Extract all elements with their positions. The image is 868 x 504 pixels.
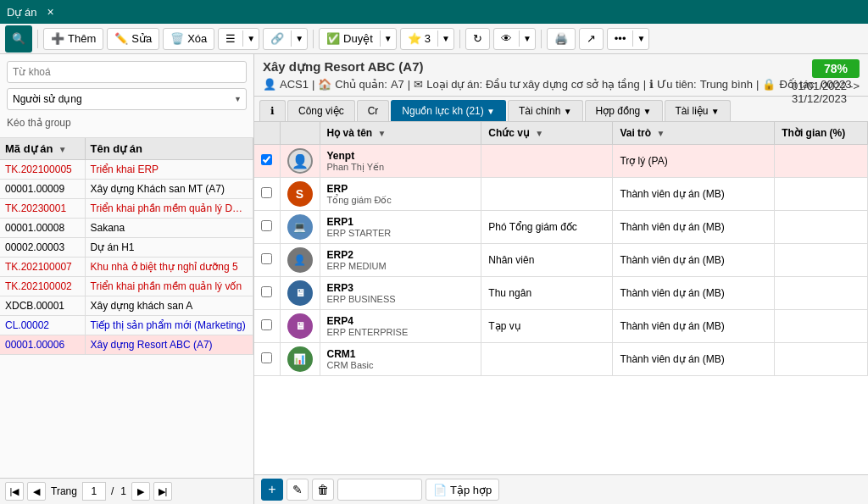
add-button[interactable]: ➕ Thêm [43,28,103,50]
tab-3[interactable]: Nguồn lực kh (21) ▼ [391,100,506,121]
project-row-name[interactable]: Triển khai phần mềm quản lý Dự á [85,199,253,219]
resource-row-avatar: 👤 [280,244,320,277]
vaitro-filter-icon[interactable]: ▼ [656,129,665,138]
chucvu-filter-icon[interactable]: ▼ [535,129,543,138]
tab-1[interactable]: Công việc [287,100,355,121]
tab-4[interactable]: Tài chính ▼ [508,100,583,121]
project-row-id[interactable]: TK.202100002 [0,277,85,296]
resource-row[interactable]: 🖥ERP4ERP ENTERPRISETạp vụThành viên dự á… [254,310,868,343]
project-row-name[interactable]: Triển khai ERP [85,160,253,180]
content-area[interactable]: Họ và tên ▼ Chức vụ ▼ Vai trò ▼ Thời gia… [254,122,868,474]
bottom-add-button[interactable]: + [261,479,283,501]
page-next-button[interactable]: ▶ [131,482,150,501]
bottom-search-input[interactable] [337,479,422,501]
resource-row-thoigian [775,178,868,211]
menu-arrow-button[interactable]: ▼ [242,30,259,47]
star-arrow-button[interactable]: ▼ [437,30,453,47]
resource-row-name: ERP3ERP BUSINESS [320,277,481,310]
right-panel: Xây dựng Resort ABC (A7) 👤 ACS1 | 🏠 Chủ … [254,54,868,504]
date-to: 31/12/2023 [792,92,847,105]
meta-priority: Trung bình [700,78,753,91]
edit-button[interactable]: ✏️ Sửa [107,28,159,50]
project-row-name[interactable]: Tiếp thị sản phẩm mới (Marketing) [85,316,253,335]
resource-row-chucvu: Thu ngân [481,277,613,310]
tab-5[interactable]: Hợp đồng ▼ [585,100,663,121]
resource-row-vaitro: Thành viên dự án (MB) [613,244,775,277]
link-main-button[interactable]: 🔗 [264,29,291,48]
page-first-button[interactable]: |◀ [5,482,24,501]
view-main-button[interactable]: 👁 [494,29,519,48]
project-row-id[interactable]: 00001.00008 [0,219,85,238]
project-row-name[interactable]: Khu nhà ở biệt thự nghỉ dưỡng 5 [85,258,253,277]
more-main-button[interactable]: ••• [608,29,633,48]
tab-2[interactable]: Cr [357,100,390,121]
refresh-button[interactable]: ↻ [465,28,490,50]
project-row-id[interactable]: TK.202100005 [0,160,85,180]
resource-row-check[interactable] [254,277,280,310]
menu-main-button[interactable]: ☰ [219,29,242,48]
resource-row-check[interactable] [254,343,280,376]
tab-0[interactable]: ℹ [259,100,286,121]
meta-code: ACS1 [280,78,309,91]
meta-project-type: Đầu tư xây dựng cơ sở hạ tầng [486,78,640,91]
project-row-name[interactable]: Xây dựng khách san A [85,296,253,316]
project-row-name[interactable]: Triển khai phần mềm quản lý vốn [85,277,253,296]
resource-row-vaitro: Trợ lý (PA) [613,145,775,178]
edit-icon: ✏️ [114,32,128,45]
keyword-input[interactable] [7,61,247,83]
project-row-id[interactable]: CL.00002 [0,316,85,335]
name-filter-icon[interactable]: ▼ [378,129,387,138]
approve-main-button[interactable]: ✅ Duyệt [320,29,380,48]
page-separator: / [111,485,114,497]
resource-row-name: ERPTổng giám Đốc [320,178,481,211]
project-row-name[interactable]: Xây dựng Khách san MT (A7) [85,180,253,199]
resource-row-check[interactable] [254,211,280,244]
close-button[interactable]: × [43,5,57,19]
bottom-delete-button[interactable]: 🗑 [312,479,334,501]
project-list[interactable]: Mã dự án ▼ Tên dự án TK.202100005Triển k… [0,138,253,478]
page-prev-button[interactable]: ◀ [27,482,46,501]
project-row-id[interactable]: XDCB.00001 [0,296,85,316]
bottom-edit-button[interactable]: ✎ [287,479,309,501]
project-row-id[interactable]: 00002.00003 [0,238,85,258]
project-row-name[interactable]: Xây dựng Resort ABC (A7) [85,335,253,355]
project-row-id[interactable]: TK.20230001 [0,199,85,219]
tab-6[interactable]: Tài liệu ▼ [665,100,731,121]
bottom-group-button[interactable]: 📄 Tập hợp [426,479,499,501]
project-row-id[interactable]: 00001.00006 [0,335,85,355]
resource-row-check[interactable] [254,310,280,343]
resource-row[interactable]: 💻ERP1ERP STARTERPhó Tổng giám đốcThành v… [254,211,868,244]
print-button[interactable]: 🖨️ [547,28,576,50]
page-last-button[interactable]: ▶| [153,482,172,501]
approve-arrow-button[interactable]: ▼ [380,30,396,47]
link-arrow-button[interactable]: ▼ [291,30,307,47]
resource-row[interactable]: 👤ERP2ERP MEDIUMNhân viênThành viên dự án… [254,244,868,277]
meta-loaidan-label: Loại dự án: [426,78,482,91]
project-row-id[interactable]: 00001.00009 [0,180,85,199]
resource-row-check[interactable] [254,178,280,211]
user-select[interactable]: Người sử dụng [7,88,247,110]
more-arrow-button[interactable]: ▼ [632,30,648,47]
meta-home-icon: 🏠 [318,78,331,91]
search-icon-button[interactable]: 🔍 [5,25,32,53]
resource-row-check[interactable] [254,145,280,178]
resource-row[interactable]: 🖥ERP3ERP BUSINESSThu ngânThành viên dự á… [254,277,868,310]
project-row-name[interactable]: Sakana [85,219,253,238]
view-arrow-button[interactable]: ▼ [519,30,535,47]
meta-sep4: | [756,78,759,91]
project-table: Mã dự án ▼ Tên dự án TK.202100005Triển k… [0,138,253,355]
col-id-filter-icon[interactable]: ▼ [58,145,67,154]
page-input[interactable] [82,482,106,501]
page-label: Trang [51,485,77,497]
toolbar-separator-1 [37,30,38,48]
resource-row[interactable]: SERPTổng giám ĐốcThành viên dự án (MB) [254,178,868,211]
star-main-button[interactable]: ⭐ 3 [401,29,437,48]
resource-row-check[interactable] [254,244,280,277]
share-button[interactable]: ↗ [579,28,604,50]
resource-row[interactable]: 👤YenptPhan Thị YếnTrợ lý (PA) [254,145,868,178]
resource-row[interactable]: 📊CRM1CRM BasicThành viên dự án (MB) [254,343,868,376]
project-row-name[interactable]: Dự án H1 [85,238,253,258]
delete-button[interactable]: 🗑️ Xóa [163,28,214,50]
project-row-id[interactable]: TK.202100007 [0,258,85,277]
toolbar: 🔍 ➕ Thêm ✏️ Sửa 🗑️ Xóa ☰ ▼ 🔗 ▼ ✅ Duyệt ▼… [0,24,868,54]
